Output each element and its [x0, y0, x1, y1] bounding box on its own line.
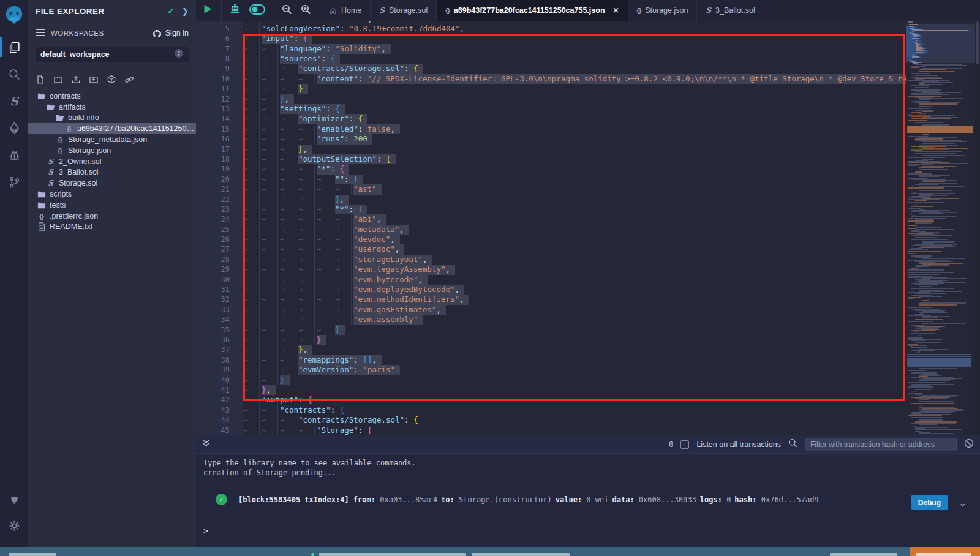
robot-icon[interactable] [229, 4, 241, 17]
tab[interactable]: S3_Ballot.sol [697, 0, 764, 21]
code-line[interactable]: 32 →→→→→→"evm.methodIdentifiers", [196, 295, 907, 304]
code-line[interactable]: 43 →→"contracts": { [196, 405, 907, 415]
new-folder-icon[interactable] [53, 75, 63, 85]
code-line[interactable]: 24 →→→→→→"abi", [196, 214, 907, 224]
close-icon[interactable]: ✕ [613, 6, 619, 15]
code-line[interactable]: 19 →→→→"*": { [196, 164, 907, 174]
tree-item[interactable]: README.txt [28, 222, 196, 233]
tree-item[interactable]: contracts [28, 91, 196, 102]
chevron-down-icon[interactable]: ⌄ [960, 498, 965, 508]
tree-item[interactable]: {} .prettierrc.json [28, 211, 196, 222]
activity-solidity-compiler-icon[interactable]: S [0, 88, 28, 115]
tab[interactable]: {}Storage.json [628, 0, 698, 21]
code-line[interactable]: 44 →→→"contracts/Storage.sol": { [196, 415, 907, 425]
code-line[interactable]: 29 →→→→→→"evm.legacyAssembly", [196, 265, 907, 274]
tree-item[interactable]: S Storage.sol [28, 178, 196, 189]
sign-in-button[interactable]: Sign in [153, 29, 189, 37]
workspace-name: default_workspace [40, 50, 174, 59]
code-line[interactable]: 9 →→→"contracts/Storage.sol": { [196, 64, 907, 73]
upload-folder-icon[interactable] [89, 75, 99, 85]
activity-settings-icon[interactable] [0, 512, 28, 539]
tree-item[interactable]: artifacts [28, 102, 196, 113]
activity-deploy-run-icon[interactable] [0, 115, 28, 141]
tree-item[interactable]: scripts [28, 189, 196, 200]
remix-logo-icon[interactable] [4, 4, 24, 25]
code-line[interactable]: 20 →→→→→"": [ [196, 175, 907, 184]
zoom-in-icon[interactable] [301, 4, 311, 17]
tab[interactable]: SStorage.sol [371, 0, 437, 21]
code-editor[interactable]: 4 →"solcVersion": "0.8.19", 5 →"solcLong… [196, 21, 980, 435]
activity-plugin-icon[interactable] [0, 485, 28, 512]
code-line[interactable]: 40 →→} [196, 375, 907, 385]
code-line[interactable]: 37 →→→}, [196, 345, 907, 355]
transaction-filter-input[interactable] [805, 438, 957, 451]
code-line[interactable]: 10 →→→→"content": "// SPDX-License-Ident… [196, 74, 907, 84]
tree-item[interactable]: tests [28, 200, 196, 211]
code-line[interactable]: 6 →"input": { [196, 34, 907, 43]
code-line[interactable]: 16 →→→→"runs": 200 [196, 134, 907, 144]
activity-file-explorer-icon[interactable] [0, 34, 28, 61]
code-line[interactable]: 23 →→→→→"*": [ [196, 205, 907, 214]
code-line[interactable]: 27 →→→→→→"userdoc", [196, 244, 907, 254]
scrollbar[interactable] [975, 21, 980, 435]
code-line[interactable]: 8 →→"sources": { [196, 54, 907, 64]
hamburger-icon[interactable] [36, 28, 45, 39]
scrollbar-thumb[interactable] [976, 21, 979, 64]
minimap-viewport[interactable] [907, 24, 975, 63]
link-icon[interactable] [124, 75, 134, 85]
terminal-prompt[interactable]: > [203, 526, 980, 535]
code-line[interactable]: 36 →→→→} [196, 335, 907, 345]
code-line[interactable]: 22 →→→→→], [196, 195, 907, 205]
workspace-selector[interactable]: default_workspace [36, 47, 189, 62]
code-line[interactable]: 5 →"solcLongVersion": "0.8.19+commit.7dd… [196, 24, 907, 34]
code-line[interactable]: 7 →→"language": "Solidity", [196, 44, 907, 54]
new-file-icon[interactable] [36, 75, 45, 85]
activity-git-icon[interactable] [0, 168, 28, 195]
upload-file-icon[interactable] [71, 75, 81, 85]
code-line[interactable]: 41 →}, [196, 385, 907, 395]
code-line[interactable]: 33 →→→→→→"evm.gasEstimates", [196, 305, 907, 315]
tx-field: to: Storage.(constructor) [441, 495, 552, 504]
status-alert-badge[interactable] [910, 547, 980, 556]
tree-item[interactable]: {} Storage_metadata.json [28, 134, 196, 145]
code-line[interactable]: 25 →→→→→→"metadata", [196, 225, 907, 235]
code-line[interactable]: 31 →→→→→→"evm.deployedBytecode", [196, 285, 907, 295]
transaction-row[interactable]: ✓ [block:5583405 txIndex:4] from: 0xa03.… [216, 494, 980, 505]
tree-item[interactable]: {} a69b43f277ba20fcac141151250ca7... [28, 123, 196, 134]
code-line[interactable]: 30 →→→→→→"evm.bytecode", [196, 275, 907, 285]
activity-search-icon[interactable] [0, 61, 28, 88]
zoom-out-icon[interactable] [282, 4, 292, 17]
code-line[interactable]: 11 →→→} [196, 84, 907, 94]
code-line[interactable]: 21 →→→→→→"ast" [196, 184, 907, 194]
listen-checkbox[interactable] [680, 440, 689, 449]
debug-button[interactable]: Debug [911, 495, 948, 510]
play-icon[interactable] [203, 4, 213, 17]
tree-item[interactable]: build-info [28, 113, 196, 124]
chevron-right-icon[interactable]: ❯ [182, 7, 189, 16]
code-line[interactable]: 15 →→→→"enabled": false, [196, 124, 907, 134]
code-line[interactable]: 26 →→→→→→"devdoc", [196, 235, 907, 244]
terminal-collapse-icon[interactable] [202, 439, 210, 450]
code-line[interactable]: 45 →→→→"Storage": { [196, 426, 907, 435]
ban-icon[interactable] [964, 438, 974, 451]
code-line[interactable]: 39 →→→"evmVersion": "paris" [196, 365, 907, 375]
tree-item[interactable]: S 3_Ballot.sol [28, 167, 196, 178]
code-line[interactable]: 34 →→→→→→"evm.assembly" [196, 315, 907, 325]
code-line[interactable]: 12 →→}, [196, 94, 907, 104]
tree-item[interactable]: {} Storage.json [28, 145, 196, 156]
cube-icon[interactable] [107, 75, 116, 85]
minimap[interactable] [907, 21, 975, 435]
code-line[interactable]: 17 →→→}, [196, 145, 907, 154]
code-line[interactable]: 18 →→→"outputSelection": { [196, 154, 907, 164]
code-line[interactable]: 28 →→→→→→"storageLayout", [196, 255, 907, 265]
code-line[interactable]: 35 →→→→→] [196, 325, 907, 335]
tab[interactable]: {}a69b43f277ba20fcac141151250ca755.json … [437, 0, 628, 21]
toggle-on-icon[interactable] [249, 4, 265, 17]
code-line[interactable]: 38 →→→"remappings": [], [196, 355, 907, 365]
code-line[interactable]: 13 →→"settings": { [196, 104, 907, 114]
activity-debugger-icon[interactable] [0, 141, 28, 168]
tree-item[interactable]: S 2_Owner.sol [28, 156, 196, 167]
tab[interactable]: Home [320, 0, 371, 21]
code-line[interactable]: 14 →→→"optimizer": { [196, 114, 907, 124]
code-line[interactable]: 42 →"output": { [196, 395, 907, 405]
